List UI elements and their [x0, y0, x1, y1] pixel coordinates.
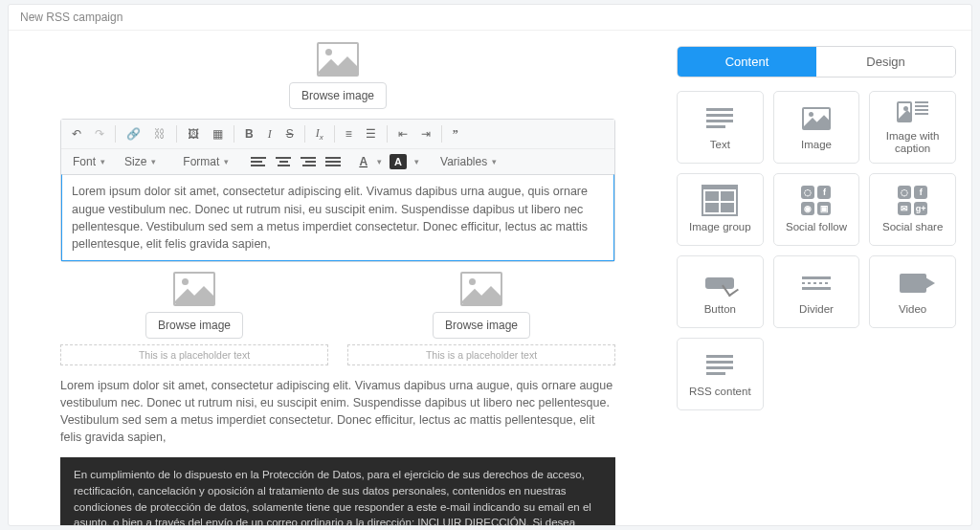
editor-toolbar-row1: ↶ ↷ 🔗 ⛓ 🖼 ▦ B I S Ix: [61, 120, 614, 148]
widget-rss[interactable]: RSS content: [677, 338, 764, 410]
page-title: New RSS campaign: [9, 5, 971, 31]
caption-placeholder[interactable]: This is a placeholder text: [347, 344, 615, 365]
strike-icon[interactable]: S: [281, 124, 299, 144]
widget-divider[interactable]: Divider: [773, 255, 860, 328]
browse-image-button[interactable]: Browse image: [433, 312, 530, 339]
email-canvas: Browse image ↶ ↷ 🔗 ⛓ 🖼 ▦ B: [9, 31, 667, 525]
hero-image-block: Browse image: [60, 42, 615, 109]
email-canvas-inner: Browse image ↶ ↷ 🔗 ⛓ 🖼 ▦ B: [60, 42, 615, 525]
social-share-icon: ◌f✉g+: [897, 188, 929, 214]
editor-toolbar-row2: Font▾ Size▾ Format▾ A▾ A▾ Variables▾: [61, 148, 614, 174]
campaign-editor-window: New RSS campaign Browse image ↶ ↷: [8, 4, 972, 526]
redo-icon[interactable]: ↷: [90, 124, 109, 144]
unlink-icon[interactable]: ⛓: [149, 124, 170, 144]
social-follow-icon: ◌f◉▣: [800, 188, 833, 214]
widget-button[interactable]: Button: [677, 255, 764, 328]
indent-icon[interactable]: ⇥: [416, 124, 435, 144]
blockquote-icon[interactable]: ”: [448, 124, 463, 144]
bullet-list-icon[interactable]: ☰: [361, 124, 381, 144]
text-color-icon[interactable]: A: [357, 155, 369, 168]
legal-footer: En cumplimiento de lo dispuesto en la Pr…: [60, 457, 615, 525]
editor-body: Browse image ↶ ↷ 🔗 ⛓ 🖼 ▦ B: [9, 31, 971, 525]
align-right-icon[interactable]: [300, 154, 317, 169]
image-column-left: Browse image This is a placeholder text: [60, 272, 328, 365]
right-sidebar: Content Design Text Image: [667, 31, 971, 525]
footer-text: En cumplimiento de lo dispuesto en la Pr…: [74, 469, 591, 525]
browse-image-button[interactable]: Browse image: [145, 312, 243, 339]
button-icon: [703, 270, 736, 297]
image-caption-icon: [897, 101, 929, 123]
browse-image-button[interactable]: Browse image: [289, 82, 387, 109]
widget-grid: Text Image Image with caption: [677, 91, 956, 410]
widget-social-follow[interactable]: ◌f◉▣ Social follow: [773, 173, 860, 246]
widget-social-share[interactable]: ◌f✉g+ Social share: [869, 173, 956, 246]
image-placeholder-icon: [460, 272, 502, 306]
image-columns: Browse image This is a placeholder text …: [60, 272, 615, 365]
divider-icon: [800, 270, 833, 297]
outdent-icon[interactable]: ⇤: [393, 124, 412, 144]
widget-image[interactable]: Image: [773, 91, 860, 164]
widget-text[interactable]: Text: [677, 91, 764, 164]
widget-image-caption[interactable]: Image with caption: [869, 91, 956, 164]
widget-video[interactable]: Video: [869, 255, 956, 328]
rss-icon: [703, 352, 736, 379]
align-justify-icon[interactable]: [324, 154, 342, 169]
editor-textarea[interactable]: Lorem ipsum dolor sit amet, consectetur …: [61, 174, 614, 261]
image-icon: [800, 105, 833, 132]
align-left-icon[interactable]: [250, 154, 267, 169]
image-icon[interactable]: 🖼: [183, 124, 204, 144]
caption-placeholder[interactable]: This is a placeholder text: [60, 344, 328, 365]
align-center-icon[interactable]: [275, 154, 292, 169]
video-icon: [897, 270, 929, 297]
body-paragraph: Lorem ipsum dolor sit amet, consectetur …: [60, 375, 615, 453]
image-group-icon: [703, 188, 736, 214]
tab-design[interactable]: Design: [816, 47, 955, 77]
rich-text-editor: ↶ ↷ 🔗 ⛓ 🖼 ▦ B I S Ix: [60, 119, 615, 262]
image-column-right: Browse image This is a placeholder text: [347, 272, 615, 365]
variables-dropdown[interactable]: Variables▾: [434, 153, 502, 170]
clear-format-icon[interactable]: Ix: [311, 123, 328, 144]
text-icon: [703, 105, 736, 132]
tab-content[interactable]: Content: [678, 47, 816, 77]
table-icon[interactable]: ▦: [208, 124, 228, 144]
numbered-list-icon[interactable]: ≡: [341, 124, 357, 144]
widget-image-group[interactable]: Image group: [677, 173, 764, 246]
undo-icon[interactable]: ↶: [67, 124, 86, 144]
image-placeholder-icon: [317, 42, 359, 77]
bold-icon[interactable]: B: [240, 124, 258, 144]
sidebar-tabs: Content Design: [677, 46, 956, 77]
font-dropdown[interactable]: Font▾: [67, 153, 111, 170]
format-dropdown[interactable]: Format▾: [177, 153, 234, 170]
italic-icon[interactable]: I: [262, 124, 278, 144]
size-dropdown[interactable]: Size▾: [119, 153, 162, 170]
bg-color-icon[interactable]: A: [390, 154, 407, 169]
link-icon[interactable]: 🔗: [122, 124, 145, 144]
image-placeholder-icon: [173, 272, 215, 306]
